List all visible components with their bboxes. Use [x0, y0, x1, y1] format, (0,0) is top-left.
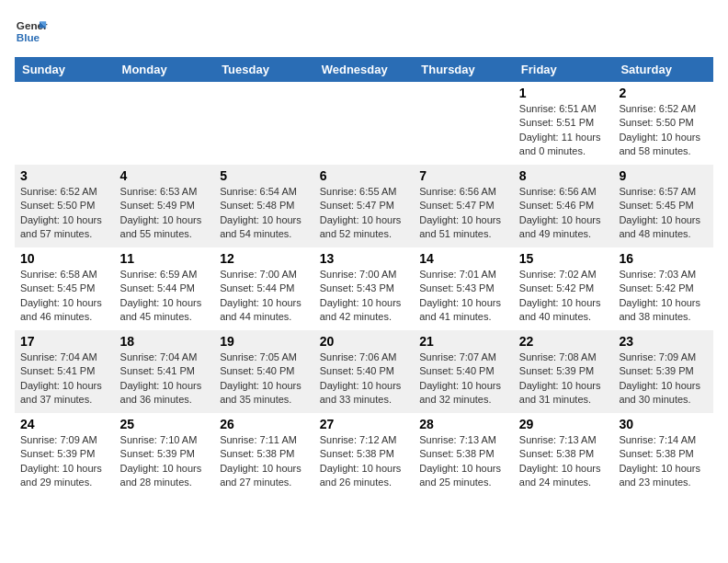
calendar-cell: 26Sunrise: 7:11 AM Sunset: 5:38 PM Dayli… — [214, 413, 314, 496]
day-number: 3 — [20, 168, 109, 183]
day-info: Sunrise: 7:12 AM Sunset: 5:38 PM Dayligh… — [320, 433, 409, 490]
day-number: 12 — [220, 251, 309, 266]
day-number: 15 — [519, 251, 609, 266]
calendar-cell: 20Sunrise: 7:06 AM Sunset: 5:40 PM Dayli… — [314, 330, 415, 413]
day-info: Sunrise: 7:07 AM Sunset: 5:40 PM Dayligh… — [419, 350, 508, 408]
day-info: Sunrise: 7:09 AM Sunset: 5:39 PM Dayligh… — [619, 350, 708, 408]
day-info: Sunrise: 6:55 AM Sunset: 5:47 PM Dayligh… — [320, 185, 409, 242]
week-row: 3Sunrise: 6:52 AM Sunset: 5:50 PM Daylig… — [15, 165, 713, 247]
day-number: 20 — [320, 334, 409, 349]
day-number: 7 — [419, 168, 508, 183]
day-number: 17 — [20, 334, 109, 349]
day-info: Sunrise: 6:57 AM Sunset: 5:45 PM Dayligh… — [619, 185, 708, 242]
calendar-cell: 4Sunrise: 6:53 AM Sunset: 5:49 PM Daylig… — [115, 165, 215, 247]
day-number: 28 — [419, 417, 508, 431]
day-number: 29 — [519, 417, 609, 431]
weekday-header: Tuesday — [214, 57, 314, 82]
calendar-cell: 15Sunrise: 7:02 AM Sunset: 5:42 PM Dayli… — [514, 247, 614, 330]
day-number: 6 — [320, 168, 409, 183]
day-info: Sunrise: 7:11 AM Sunset: 5:38 PM Dayligh… — [220, 433, 309, 490]
day-info: Sunrise: 6:59 AM Sunset: 5:44 PM Dayligh… — [120, 268, 210, 325]
calendar-cell: 8Sunrise: 6:56 AM Sunset: 5:46 PM Daylig… — [514, 165, 614, 247]
calendar-cell: 28Sunrise: 7:13 AM Sunset: 5:38 PM Dayli… — [414, 413, 514, 496]
day-info: Sunrise: 7:13 AM Sunset: 5:38 PM Dayligh… — [519, 433, 609, 490]
day-number: 26 — [220, 417, 309, 431]
calendar-cell: 30Sunrise: 7:14 AM Sunset: 5:38 PM Dayli… — [613, 413, 713, 496]
day-info: Sunrise: 7:04 AM Sunset: 5:41 PM Dayligh… — [120, 350, 210, 408]
day-info: Sunrise: 6:58 AM Sunset: 5:45 PM Dayligh… — [20, 268, 109, 325]
header-row: SundayMondayTuesdayWednesdayThursdayFrid… — [15, 57, 713, 82]
day-number: 30 — [619, 417, 708, 431]
calendar-cell: 22Sunrise: 7:08 AM Sunset: 5:39 PM Dayli… — [514, 330, 614, 413]
day-number: 24 — [20, 417, 109, 431]
svg-text:Blue: Blue — [17, 31, 40, 43]
week-row: 17Sunrise: 7:04 AM Sunset: 5:41 PM Dayli… — [15, 330, 713, 413]
day-number: 22 — [519, 334, 609, 349]
day-info: Sunrise: 6:52 AM Sunset: 5:50 PM Dayligh… — [619, 102, 708, 159]
calendar-cell: 18Sunrise: 7:04 AM Sunset: 5:41 PM Dayli… — [115, 330, 215, 413]
calendar-cell — [115, 82, 215, 165]
calendar-cell: 9Sunrise: 6:57 AM Sunset: 5:45 PM Daylig… — [613, 165, 713, 247]
calendar-cell: 7Sunrise: 6:56 AM Sunset: 5:47 PM Daylig… — [414, 165, 514, 247]
day-info: Sunrise: 7:06 AM Sunset: 5:40 PM Dayligh… — [320, 350, 409, 408]
day-info: Sunrise: 6:56 AM Sunset: 5:46 PM Dayligh… — [519, 185, 609, 242]
week-row: 24Sunrise: 7:09 AM Sunset: 5:39 PM Dayli… — [15, 413, 713, 496]
calendar-cell: 11Sunrise: 6:59 AM Sunset: 5:44 PM Dayli… — [115, 247, 215, 330]
calendar-cell: 3Sunrise: 6:52 AM Sunset: 5:50 PM Daylig… — [15, 165, 115, 247]
calendar-cell: 6Sunrise: 6:55 AM Sunset: 5:47 PM Daylig… — [314, 165, 415, 247]
calendar-cell: 1Sunrise: 6:51 AM Sunset: 5:51 PM Daylig… — [514, 82, 614, 165]
weekday-header: Monday — [115, 57, 215, 82]
calendar-cell: 14Sunrise: 7:01 AM Sunset: 5:43 PM Dayli… — [414, 247, 514, 330]
day-info: Sunrise: 7:10 AM Sunset: 5:39 PM Dayligh… — [120, 433, 210, 490]
weekday-header: Saturday — [613, 57, 713, 82]
day-number: 27 — [320, 417, 409, 431]
calendar-cell — [214, 82, 314, 165]
day-number: 5 — [220, 168, 309, 183]
day-info: Sunrise: 6:52 AM Sunset: 5:50 PM Dayligh… — [20, 185, 109, 242]
calendar-cell: 21Sunrise: 7:07 AM Sunset: 5:40 PM Dayli… — [414, 330, 514, 413]
week-row: 10Sunrise: 6:58 AM Sunset: 5:45 PM Dayli… — [15, 247, 713, 330]
day-info: Sunrise: 7:03 AM Sunset: 5:42 PM Dayligh… — [619, 268, 708, 325]
calendar-cell: 25Sunrise: 7:10 AM Sunset: 5:39 PM Dayli… — [115, 413, 215, 496]
calendar-cell: 24Sunrise: 7:09 AM Sunset: 5:39 PM Dayli… — [15, 413, 115, 496]
calendar-table: SundayMondayTuesdayWednesdayThursdayFrid… — [15, 57, 713, 496]
calendar-cell: 19Sunrise: 7:05 AM Sunset: 5:40 PM Dayli… — [214, 330, 314, 413]
day-info: Sunrise: 6:51 AM Sunset: 5:51 PM Dayligh… — [519, 102, 609, 159]
day-number: 4 — [120, 168, 210, 183]
calendar-cell: 12Sunrise: 7:00 AM Sunset: 5:44 PM Dayli… — [214, 247, 314, 330]
day-info: Sunrise: 7:01 AM Sunset: 5:43 PM Dayligh… — [419, 268, 508, 325]
day-number: 2 — [619, 86, 708, 100]
day-number: 21 — [419, 334, 508, 349]
day-info: Sunrise: 7:14 AM Sunset: 5:38 PM Dayligh… — [619, 433, 708, 490]
day-number: 13 — [320, 251, 409, 266]
day-number: 1 — [519, 86, 609, 100]
calendar-cell — [414, 82, 514, 165]
weekday-header: Thursday — [414, 57, 514, 82]
calendar-cell — [314, 82, 415, 165]
day-info: Sunrise: 7:09 AM Sunset: 5:39 PM Dayligh… — [20, 433, 109, 490]
day-info: Sunrise: 7:13 AM Sunset: 5:38 PM Dayligh… — [419, 433, 508, 490]
logo-icon: General Blue — [15, 15, 48, 48]
day-info: Sunrise: 6:53 AM Sunset: 5:49 PM Dayligh… — [120, 185, 210, 242]
calendar-cell: 17Sunrise: 7:04 AM Sunset: 5:41 PM Dayli… — [15, 330, 115, 413]
day-info: Sunrise: 7:05 AM Sunset: 5:40 PM Dayligh… — [220, 350, 309, 408]
day-number: 9 — [619, 168, 708, 183]
calendar-cell: 10Sunrise: 6:58 AM Sunset: 5:45 PM Dayli… — [15, 247, 115, 330]
day-info: Sunrise: 7:04 AM Sunset: 5:41 PM Dayligh… — [20, 350, 109, 408]
calendar-cell: 16Sunrise: 7:03 AM Sunset: 5:42 PM Dayli… — [613, 247, 713, 330]
day-number: 16 — [619, 251, 708, 266]
day-number: 19 — [220, 334, 309, 349]
weekday-header: Wednesday — [314, 57, 415, 82]
day-info: Sunrise: 7:08 AM Sunset: 5:39 PM Dayligh… — [519, 350, 609, 408]
weekday-header: Sunday — [15, 57, 115, 82]
day-number: 23 — [619, 334, 708, 349]
day-info: Sunrise: 6:54 AM Sunset: 5:48 PM Dayligh… — [220, 185, 309, 242]
calendar-cell: 5Sunrise: 6:54 AM Sunset: 5:48 PM Daylig… — [214, 165, 314, 247]
weekday-header: Friday — [514, 57, 614, 82]
day-number: 18 — [120, 334, 210, 349]
calendar-cell — [15, 82, 115, 165]
week-row: 1Sunrise: 6:51 AM Sunset: 5:51 PM Daylig… — [15, 82, 713, 165]
day-info: Sunrise: 6:56 AM Sunset: 5:47 PM Dayligh… — [419, 185, 508, 242]
calendar-cell: 29Sunrise: 7:13 AM Sunset: 5:38 PM Dayli… — [514, 413, 614, 496]
day-number: 8 — [519, 168, 609, 183]
